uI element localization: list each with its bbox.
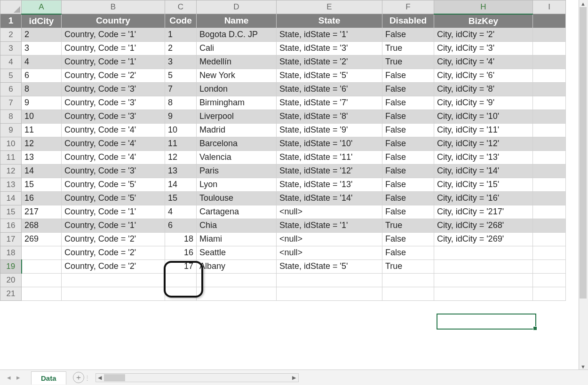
cell-H8[interactable]: City, idCity = '10' (434, 110, 533, 123)
cell-I4[interactable] (533, 55, 566, 69)
cell-B8[interactable]: Country, Code = '3' (62, 110, 165, 123)
cell-F14[interactable]: False (382, 191, 434, 205)
cell-D18[interactable]: Seattle (197, 246, 277, 259)
cell-B19[interactable]: Country, Code = '2' (62, 259, 165, 273)
row-header-18[interactable]: 18 (0, 246, 22, 259)
cell-E7[interactable]: State, idState = '7' (277, 96, 382, 110)
cell-H4[interactable]: City, idCity = '4' (434, 55, 533, 69)
cell-E5[interactable]: State, idState = '5' (277, 69, 382, 82)
add-sheet-button[interactable]: ＋ (73, 372, 84, 383)
cell-I9[interactable] (533, 123, 566, 137)
cell-H18[interactable] (434, 246, 533, 259)
cell-B15[interactable]: Country, Code = '1' (62, 205, 165, 219)
column-header-D[interactable]: D (197, 0, 277, 14)
scroll-left-button[interactable]: ◀ (96, 374, 104, 381)
cell-E9[interactable]: State, idState = '9' (277, 123, 382, 137)
row-header-20[interactable]: 20 (0, 273, 22, 287)
cell-B13[interactable]: Country, Code = '5' (62, 178, 165, 191)
column-header-B[interactable]: B (62, 0, 165, 14)
cell-D15[interactable]: Cartagena (197, 205, 277, 219)
cell-D11[interactable]: Valencia (197, 150, 277, 164)
cell-B11[interactable]: Country, Code = '4' (62, 150, 165, 164)
header-cell-H[interactable]: BizKey (434, 14, 533, 28)
cell-H17[interactable]: City, idCity = '269' (434, 232, 533, 246)
cell-I16[interactable] (533, 219, 566, 232)
cell-C15[interactable]: 4 (165, 205, 197, 219)
column-header-H[interactable]: H (434, 0, 533, 14)
scroll-right-button[interactable]: ▶ (290, 374, 298, 381)
cell-E12[interactable]: State, idState = '12' (277, 164, 382, 178)
column-header-C[interactable]: C (165, 0, 197, 14)
cell-A2[interactable]: 2 (22, 28, 62, 41)
cell-F7[interactable]: False (382, 96, 434, 110)
cell-E16[interactable]: State, idState = '1' (277, 219, 382, 232)
cell-A3[interactable]: 3 (22, 41, 62, 55)
cell-B3[interactable]: Country, Code = '1' (62, 41, 165, 55)
cell-H19[interactable] (434, 259, 533, 273)
cell-F10[interactable]: False (382, 137, 434, 150)
cell-B4[interactable]: Country, Code = '1' (62, 55, 165, 69)
cell-F21[interactable] (382, 287, 434, 300)
cell-H6[interactable]: City, idCity = '8' (434, 82, 533, 96)
cell-C9[interactable]: 10 (165, 123, 197, 137)
cell-B21[interactable] (62, 287, 165, 300)
cell-H9[interactable]: City, idCity = '11' (434, 123, 533, 137)
cell-B5[interactable]: Country, Code = '2' (62, 69, 165, 82)
cell-E13[interactable]: State, idState = '13' (277, 178, 382, 191)
row-header-15[interactable]: 15 (0, 205, 22, 219)
row-header-9[interactable]: 9 (0, 123, 22, 137)
cell-C14[interactable]: 15 (165, 191, 197, 205)
cell-A15[interactable]: 217 (22, 205, 62, 219)
cell-C20[interactable] (165, 273, 197, 287)
row-header-13[interactable]: 13 (0, 178, 22, 191)
cell-I11[interactable] (533, 150, 566, 164)
column-header-I[interactable]: I (533, 0, 566, 14)
cell-B14[interactable]: Country, Code = '5' (62, 191, 165, 205)
cell-E4[interactable]: State, idState = '2' (277, 55, 382, 69)
cell-E17[interactable]: <null> (277, 232, 382, 246)
cell-C13[interactable]: 14 (165, 178, 197, 191)
column-header-E[interactable]: E (277, 0, 382, 14)
vscroll-track[interactable] (579, 7, 588, 363)
cell-D13[interactable]: Lyon (197, 178, 277, 191)
cell-I15[interactable] (533, 205, 566, 219)
cell-F18[interactable]: False (382, 246, 434, 259)
row-header-2[interactable]: 2 (0, 28, 22, 41)
cell-H14[interactable]: City, idCity = '16' (434, 191, 533, 205)
cell-H7[interactable]: City, idCity = '9' (434, 96, 533, 110)
vertical-scrollbar[interactable]: ▲ ▼ (579, 0, 588, 370)
row-header-6[interactable]: 6 (0, 82, 22, 96)
cell-I3[interactable] (533, 41, 566, 55)
cell-A21[interactable] (22, 287, 62, 300)
cell-E8[interactable]: State, idState = '8' (277, 110, 382, 123)
cell-D12[interactable]: Paris (197, 164, 277, 178)
column-header-A[interactable]: A (22, 0, 62, 14)
cell-D9[interactable]: Madrid (197, 123, 277, 137)
row-header-7[interactable]: 7 (0, 96, 22, 110)
cell-A11[interactable]: 13 (22, 150, 62, 164)
cell-A18[interactable] (22, 246, 62, 259)
column-header-F[interactable]: F (382, 0, 434, 14)
cell-B17[interactable]: Country, Code = '2' (62, 232, 165, 246)
grid[interactable]: ABCDEFHI1idCityCountryCodeNameStateDisab… (0, 0, 566, 301)
cell-C10[interactable]: 11 (165, 137, 197, 150)
cell-A8[interactable]: 10 (22, 110, 62, 123)
header-cell-A[interactable]: idCity (22, 14, 62, 28)
tab-split-handle[interactable]: ⋮ (84, 374, 91, 381)
cell-I21[interactable] (533, 287, 566, 300)
hscroll-thumb[interactable] (104, 374, 125, 381)
tab-nav-buttons[interactable]: ◂ ▸ (0, 373, 27, 382)
cell-F20[interactable] (382, 273, 434, 287)
cell-D6[interactable]: London (197, 82, 277, 96)
cell-A20[interactable] (22, 273, 62, 287)
cell-F5[interactable]: False (382, 69, 434, 82)
header-cell-D[interactable]: Name (197, 14, 277, 28)
row-header-8[interactable]: 8 (0, 110, 22, 123)
cell-E11[interactable]: State, idState = '11' (277, 150, 382, 164)
row-header-16[interactable]: 16 (0, 219, 22, 232)
cell-E3[interactable]: State, idState = '3' (277, 41, 382, 55)
cell-D16[interactable]: Chia (197, 219, 277, 232)
cell-C3[interactable]: 2 (165, 41, 197, 55)
cell-B10[interactable]: Country, Code = '4' (62, 137, 165, 150)
cell-I19[interactable] (533, 259, 566, 273)
